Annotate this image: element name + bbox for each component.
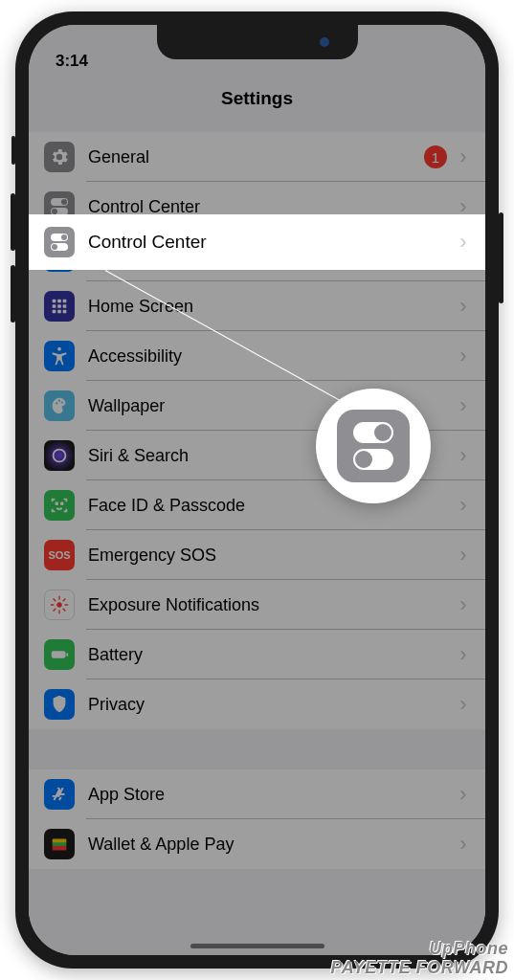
row-label: Control Center (88, 232, 457, 253)
svg-line-18 (54, 599, 56, 602)
svg-point-9 (57, 347, 61, 351)
home-screen-icon (44, 291, 75, 322)
row-label: App Store (88, 785, 457, 805)
notch (157, 25, 358, 59)
watermark: UpPhone PAYETTE FORWARD (330, 939, 508, 978)
sos-icon: SOS (44, 540, 75, 570)
svg-line-20 (54, 609, 56, 612)
watermark-line2: PAYETTE FORWARD (330, 958, 508, 978)
screen: 3:14 Settings General 1 › Control Center… (29, 25, 485, 955)
power-button (499, 212, 503, 303)
settings-list-group-2: App Store › Wallet & Apple Pay › (29, 769, 485, 869)
svg-rect-3 (53, 304, 56, 308)
row-control-center-highlight[interactable]: Control Center › (29, 214, 485, 270)
svg-rect-4 (57, 304, 61, 308)
chevron-right-icon: › (457, 145, 470, 169)
svg-rect-6 (53, 310, 56, 314)
row-general[interactable]: General 1 › (29, 132, 485, 182)
row-home-screen[interactable]: Home Screen › (29, 281, 485, 331)
watermark-line1: UpPhone (330, 939, 508, 959)
chevron-right-icon: › (457, 692, 470, 717)
svg-rect-26 (53, 846, 67, 851)
row-label: Emergency SOS (88, 546, 457, 566)
control-center-icon (44, 227, 75, 257)
status-time: 3:14 (56, 52, 88, 71)
control-center-icon-large (337, 410, 410, 482)
chevron-right-icon: › (457, 642, 470, 667)
row-label: General (88, 147, 424, 167)
chevron-right-icon: › (457, 443, 470, 468)
svg-point-11 (56, 502, 57, 504)
notification-badge: 1 (424, 145, 447, 168)
row-exposure-notifications[interactable]: Exposure Notifications › (29, 580, 485, 630)
row-emergency-sos[interactable]: SOS Emergency SOS › (29, 530, 485, 580)
chevron-right-icon: › (457, 344, 470, 368)
chevron-right-icon: › (457, 592, 470, 617)
siri-icon (44, 440, 75, 471)
svg-point-12 (61, 502, 63, 504)
chevron-right-icon: › (457, 543, 470, 568)
row-battery[interactable]: Battery › (29, 630, 485, 679)
home-indicator[interactable] (190, 944, 324, 948)
svg-rect-5 (63, 304, 67, 308)
row-privacy[interactable]: Privacy › (29, 679, 485, 729)
svg-rect-2 (63, 300, 67, 303)
face-id-icon (44, 490, 75, 521)
svg-point-10 (54, 450, 66, 462)
row-label: Exposure Notifications (88, 595, 457, 615)
row-label: Battery (88, 645, 457, 665)
row-app-store[interactable]: App Store › (29, 769, 485, 819)
row-accessibility[interactable]: Accessibility › (29, 331, 485, 381)
callout-zoom-circle (316, 389, 431, 503)
section-gap (29, 729, 485, 758)
row-label: Face ID & Passcode (88, 496, 457, 516)
chevron-right-icon: › (457, 493, 470, 518)
mute-switch (11, 136, 15, 165)
svg-rect-8 (63, 310, 67, 314)
gear-icon (44, 142, 75, 172)
volume-up-button (11, 193, 15, 251)
privacy-icon (44, 689, 75, 720)
page-title: Settings (29, 73, 485, 121)
svg-rect-0 (53, 300, 56, 303)
row-face-id-passcode[interactable]: Face ID & Passcode › (29, 480, 485, 530)
accessibility-icon (44, 341, 75, 371)
chevron-right-icon: › (457, 393, 470, 418)
row-label: Wallet & Apple Pay (88, 835, 457, 855)
phone-frame: 3:14 Settings General 1 › Control Center… (15, 11, 499, 969)
row-wallet-apple-pay[interactable]: Wallet & Apple Pay › (29, 819, 485, 869)
svg-point-13 (56, 602, 62, 608)
svg-line-19 (63, 609, 66, 612)
svg-rect-23 (66, 653, 68, 657)
svg-rect-22 (52, 651, 66, 657)
volume-down-button (11, 265, 15, 323)
wallpaper-icon (44, 390, 75, 421)
camera-dot (320, 37, 329, 47)
battery-icon (44, 639, 75, 670)
exposure-icon (44, 590, 75, 620)
svg-rect-1 (57, 300, 61, 303)
chevron-right-icon: › (457, 294, 470, 319)
app-store-icon (44, 779, 75, 810)
wallet-icon (44, 829, 75, 859)
chevron-right-icon: › (457, 832, 470, 857)
row-label: Privacy (88, 695, 457, 715)
row-label: Home Screen (88, 297, 457, 317)
chevron-right-icon: › (457, 230, 470, 255)
svg-rect-7 (57, 310, 61, 314)
chevron-right-icon: › (457, 782, 470, 807)
svg-line-21 (63, 599, 66, 602)
